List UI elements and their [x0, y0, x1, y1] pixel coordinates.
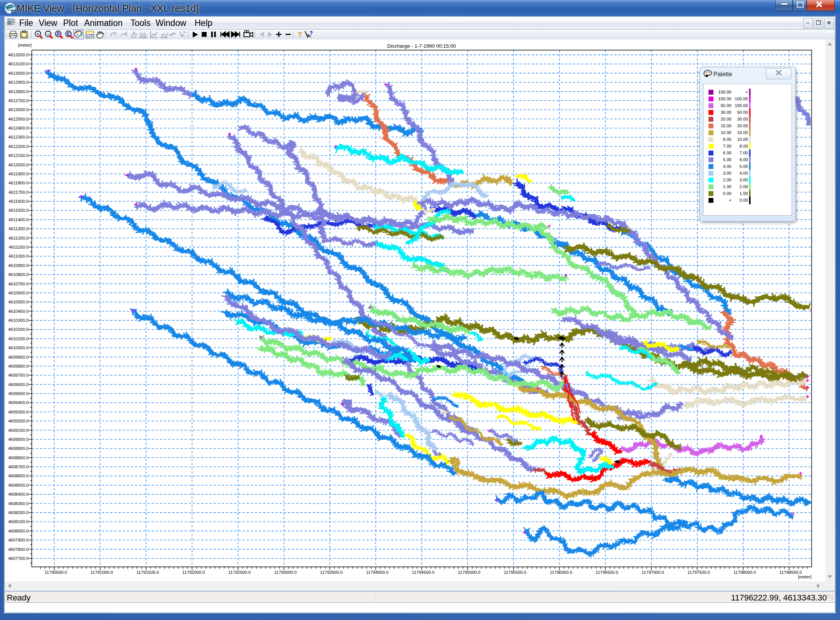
svg-text:4612200.0: 4612200.0	[8, 144, 29, 149]
svg-text:4613100.0: 4613100.0	[8, 62, 29, 66]
svg-text:11797000.0: 11797000.0	[642, 570, 664, 575]
svg-text:4610000.0: 4610000.0	[8, 345, 29, 350]
svg-text:4610400.0: 4610400.0	[8, 309, 29, 314]
svg-text:4607900.0: 4607900.0	[8, 538, 29, 542]
svg-text:11795500.0: 11795500.0	[504, 570, 526, 575]
svg-text:11795000.0: 11795000.0	[458, 570, 480, 575]
svg-text:Discharge - 1-7-1990 00:15:00: Discharge - 1-7-1990 00:15:00	[387, 43, 456, 49]
svg-text:4611000.0: 4611000.0	[8, 254, 29, 258]
svg-text:4609600.0: 4609600.0	[8, 382, 29, 387]
svg-text:4610900.0: 4610900.0	[8, 263, 29, 268]
svg-text:11794000.0: 11794000.0	[366, 570, 388, 575]
svg-text:11790500.0: 11790500.0	[45, 570, 67, 575]
svg-text:4610500.0: 4610500.0	[8, 300, 29, 304]
svg-text:4611500.0: 4611500.0	[8, 208, 29, 213]
svg-text:4613200.0: 4613200.0	[8, 53, 29, 57]
svg-text:4608500.0: 4608500.0	[8, 483, 29, 487]
svg-text:4608900.0: 4608900.0	[8, 446, 29, 451]
svg-text:4612300.0: 4612300.0	[8, 135, 29, 139]
svg-text:4609200.0: 4609200.0	[8, 419, 29, 423]
svg-text:4611800.0: 4611800.0	[8, 181, 29, 185]
svg-text:11792000.0: 11792000.0	[182, 570, 205, 575]
svg-text:4612800.0: 4612800.0	[8, 89, 29, 94]
svg-text:4609400.0: 4609400.0	[8, 400, 29, 405]
svg-text:11791500.0: 11791500.0	[136, 570, 159, 575]
svg-text:4609100.0: 4609100.0	[8, 428, 29, 433]
svg-text:4609900.0: 4609900.0	[8, 355, 29, 359]
svg-text:4612100.0: 4612100.0	[8, 153, 29, 158]
svg-text:4611300.0: 4611300.0	[8, 226, 29, 231]
svg-text:4608800.0: 4608800.0	[8, 456, 29, 460]
svg-text:4611900.0: 4611900.0	[8, 172, 29, 176]
svg-text:4609800.0: 4609800.0	[8, 364, 29, 368]
svg-text:4611600.0: 4611600.0	[8, 199, 29, 204]
svg-text:11798500.0: 11798500.0	[780, 570, 802, 575]
svg-text:4607800.0: 4607800.0	[8, 547, 29, 552]
svg-text:[meter]: [meter]	[798, 575, 811, 579]
svg-text:4612600.0: 4612600.0	[8, 107, 29, 112]
svg-text:4611700.0: 4611700.0	[8, 190, 29, 195]
svg-text:4612400.0: 4612400.0	[8, 126, 29, 130]
svg-text:4609300.0: 4609300.0	[8, 410, 29, 414]
svg-text:4612700.0: 4612700.0	[8, 98, 29, 103]
svg-text:4610800.0: 4610800.0	[8, 272, 29, 277]
svg-text:11798000.0: 11798000.0	[733, 570, 756, 575]
svg-text:4611100.0: 4611100.0	[9, 245, 29, 249]
svg-text:11792500.0: 11792500.0	[228, 570, 251, 575]
svg-text:4610300.0: 4610300.0	[8, 318, 29, 323]
svg-text:4612000.0: 4612000.0	[8, 163, 29, 167]
svg-text:4608200.0: 4608200.0	[8, 510, 29, 515]
svg-text:4608100.0: 4608100.0	[8, 519, 29, 524]
svg-text:4610600.0: 4610600.0	[8, 291, 29, 295]
svg-text:4610100.0: 4610100.0	[8, 336, 29, 341]
svg-text:4612900.0: 4612900.0	[8, 80, 29, 84]
svg-text:4608600.0: 4608600.0	[8, 474, 29, 478]
svg-text:4609000.0: 4609000.0	[8, 437, 29, 442]
svg-text:4609700.0: 4609700.0	[8, 373, 29, 377]
svg-text:11796000.0: 11796000.0	[550, 570, 572, 575]
svg-text:[meter]: [meter]	[18, 43, 32, 47]
svg-text:4611400.0: 4611400.0	[8, 217, 29, 222]
svg-text:4607700.0: 4607700.0	[8, 556, 29, 561]
svg-text:11793000.0: 11793000.0	[274, 570, 297, 575]
svg-text:11797500.0: 11797500.0	[687, 570, 710, 575]
svg-text:4610200.0: 4610200.0	[8, 327, 29, 332]
svg-text:4610700.0: 4610700.0	[8, 282, 29, 286]
svg-text:4612500.0: 4612500.0	[8, 117, 29, 121]
svg-text:4613000.0: 4613000.0	[8, 71, 29, 75]
svg-text:11793500.0: 11793500.0	[320, 570, 343, 575]
svg-text:4608700.0: 4608700.0	[8, 465, 29, 469]
svg-text:4611200.0: 4611200.0	[8, 236, 29, 240]
svg-text:11794500.0: 11794500.0	[412, 570, 435, 575]
svg-text:11796500.0: 11796500.0	[596, 570, 618, 575]
svg-text:11791000.0: 11791000.0	[91, 570, 113, 575]
svg-text:4608400.0: 4608400.0	[8, 492, 29, 496]
svg-text:4608300.0: 4608300.0	[8, 501, 29, 506]
svg-text:4609500.0: 4609500.0	[8, 391, 29, 396]
svg-text:4608000.0: 4608000.0	[8, 529, 29, 533]
